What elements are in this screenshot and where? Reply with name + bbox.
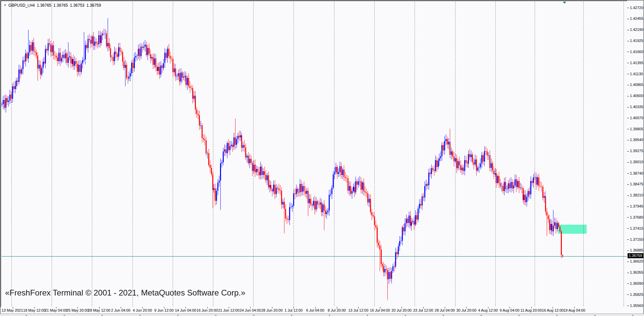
price-axis-label: 1.41925 bbox=[630, 39, 643, 43]
time-axis-label: 8 Jul 20:00 bbox=[328, 308, 346, 312]
price-axis-label: 1.35825 bbox=[630, 292, 643, 297]
price-axis-label: 1.39010 bbox=[630, 160, 643, 164]
current-price-tag: 1.36759 bbox=[628, 253, 643, 258]
price-tick bbox=[627, 262, 629, 262]
price-axis-label: 1.39275 bbox=[630, 149, 643, 153]
window-left-edge bbox=[0, 0, 1, 316]
time-axis-label: 20 Jul 20:00 bbox=[391, 308, 412, 312]
price-tick bbox=[627, 19, 629, 19]
time-axis-label: 21 Jun 12:00 bbox=[218, 308, 239, 312]
price-tick bbox=[627, 228, 629, 229]
price-tick bbox=[627, 184, 629, 185]
quote-high: 1.36765 bbox=[53, 3, 68, 8]
price-axis-label: 1.36090 bbox=[630, 281, 643, 285]
price-axis-label: 1.41130 bbox=[630, 72, 643, 76]
price-axis-label: 1.36885 bbox=[630, 248, 643, 252]
price-tick bbox=[627, 140, 629, 140]
price-axis-label: 1.36620 bbox=[630, 259, 643, 263]
price-axis-label: 1.37680 bbox=[630, 215, 643, 219]
price-tick bbox=[627, 129, 629, 129]
time-axis-label: 24 Jun 04:00 bbox=[240, 308, 261, 312]
time-axis-label: 4 Aug 12:00 bbox=[478, 308, 498, 312]
quote-open: 1.36765 bbox=[37, 3, 51, 8]
price-tick bbox=[627, 195, 629, 196]
time-axis-label: 16 Jul 04:00 bbox=[370, 308, 390, 312]
time-axis-label: 18 May 12:00 bbox=[23, 308, 46, 312]
chart-plot-area[interactable]: ▼ GBPUSD_i,H4 1.36765 1.36765 1.36753 1.… bbox=[1, 1, 628, 307]
price-tick bbox=[627, 63, 629, 63]
price-axis-label: 1.38210 bbox=[630, 193, 643, 197]
price-tick bbox=[627, 217, 629, 218]
time-axis-label: 14 Jun 04:00 bbox=[175, 308, 196, 312]
time-axis-label: 1 Jul 12:00 bbox=[284, 308, 303, 312]
price-tick bbox=[627, 85, 629, 85]
price-tick bbox=[627, 118, 629, 118]
time-axis-label: 30 Jul 20:00 bbox=[456, 308, 476, 312]
price-tick bbox=[627, 107, 629, 107]
price-tick bbox=[627, 207, 629, 207]
price-tick bbox=[627, 162, 629, 163]
price-axis-label: 1.41395 bbox=[630, 61, 643, 65]
price-tick bbox=[627, 52, 629, 52]
time-axis-label: 21 May 04:00 bbox=[45, 308, 67, 312]
time-axis-label: 4 Jun 20:00 bbox=[133, 308, 152, 312]
price-tick bbox=[627, 74, 629, 74]
candlestick-chart bbox=[1, 1, 627, 307]
price-axis-label: 1.42190 bbox=[630, 28, 643, 32]
time-axis-label: 28 Jul 04:00 bbox=[435, 308, 455, 312]
price-axis[interactable]: 1.427201.424551.421901.419251.416601.413… bbox=[627, 1, 644, 307]
time-axis-label: 9 Aug 04:00 bbox=[500, 308, 520, 312]
window-top-edge bbox=[0, 0, 644, 1]
chart-title-bar: ▼ GBPUSD_i,H4 1.36765 1.36765 1.36753 1.… bbox=[4, 3, 101, 8]
price-axis-label: 1.37150 bbox=[630, 237, 643, 241]
price-tick bbox=[627, 306, 629, 306]
price-tick bbox=[627, 251, 629, 251]
chart-shift-marker-icon bbox=[563, 2, 566, 4]
price-axis-label: 1.36355 bbox=[630, 270, 643, 274]
chart-symbol-period: GBPUSD_i,H4 bbox=[8, 3, 35, 8]
time-axis-label: 13 May 2021 bbox=[2, 308, 23, 312]
time-axis-label: 19 Aug 04:00 bbox=[564, 308, 585, 312]
price-tick bbox=[627, 295, 629, 295]
terminal-watermark: «FreshForex Terminal © 2001 - 2021, Meta… bbox=[5, 288, 245, 298]
price-axis-label: 1.40600 bbox=[630, 94, 643, 98]
chart-collapse-icon[interactable]: ▼ bbox=[4, 4, 6, 7]
price-tick bbox=[627, 8, 629, 8]
next-window-gridline-stubs bbox=[0, 315, 644, 316]
time-axis-label: 16 Aug 12:00 bbox=[542, 308, 564, 312]
time-axis-label: 9 Jun 12:00 bbox=[154, 308, 174, 312]
time-axis[interactable]: 13 May 202118 May 12:0021 May 04:0025 Ma… bbox=[1, 307, 644, 313]
terminal-window: ▼ GBPUSD_i,H4 1.36765 1.36765 1.36753 1.… bbox=[0, 0, 644, 316]
price-axis-label: 1.42455 bbox=[630, 16, 643, 20]
time-axis-label: 23 Jul 12:00 bbox=[413, 308, 433, 312]
price-tick bbox=[627, 30, 629, 30]
price-tick bbox=[627, 151, 629, 151]
price-tick bbox=[627, 41, 629, 41]
price-axis-label: 1.41660 bbox=[630, 50, 643, 54]
quote-low: 1.36753 bbox=[70, 3, 84, 8]
price-axis-label: 1.42720 bbox=[630, 6, 643, 10]
price-axis-label: 1.37415 bbox=[630, 226, 643, 230]
price-axis-label: 1.38740 bbox=[630, 171, 643, 175]
time-axis-label: 2 Jun 04:00 bbox=[111, 308, 130, 312]
price-axis-label: 1.38475 bbox=[630, 182, 643, 186]
time-axis-label: 6 Jul 04:00 bbox=[306, 308, 324, 312]
supply-zone-rectangle bbox=[558, 225, 587, 234]
price-axis-label: 1.37945 bbox=[630, 204, 643, 208]
price-tick bbox=[627, 96, 629, 96]
price-axis-label: 1.40070 bbox=[630, 116, 643, 120]
time-axis-label: 28 May 12:00 bbox=[88, 308, 110, 312]
quote-close: 1.36759 bbox=[87, 3, 101, 8]
price-axis-label: 1.39805 bbox=[630, 127, 643, 131]
price-axis-label: 1.40335 bbox=[630, 105, 643, 109]
price-tick bbox=[627, 273, 629, 273]
time-axis-label: 13 Jul 12:00 bbox=[348, 308, 368, 312]
price-tick bbox=[627, 173, 629, 174]
price-axis-label: 1.40865 bbox=[630, 83, 643, 87]
time-axis-label: 16 Jun 20:00 bbox=[197, 308, 218, 312]
time-axis-label: 25 May 20:00 bbox=[66, 308, 89, 312]
time-axis-label: 11 Aug 20:00 bbox=[521, 308, 542, 312]
price-tick bbox=[627, 239, 629, 240]
price-axis-label: 1.39540 bbox=[630, 138, 643, 142]
price-tick bbox=[627, 283, 629, 284]
